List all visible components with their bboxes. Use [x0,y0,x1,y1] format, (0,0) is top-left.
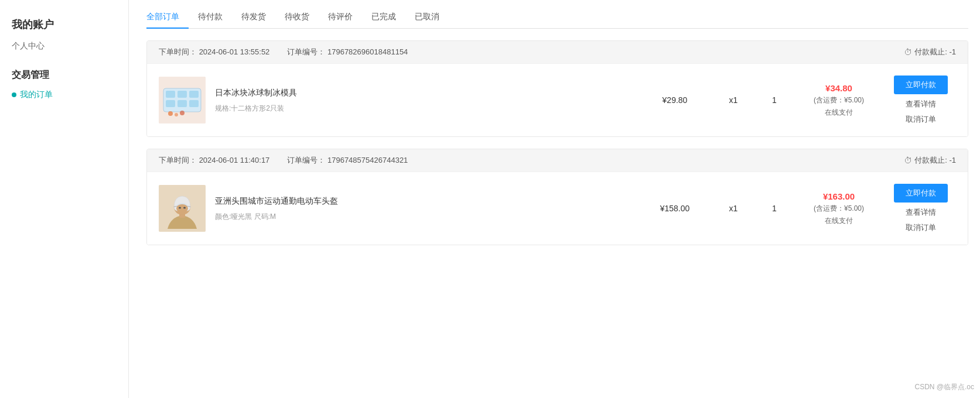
order-total-price-1: ¥34.80 [792,83,886,93]
product-spec-1: 规格:十二格方形2只装 [215,104,640,114]
main-content: 全部订单 待付款 待发货 待收货 待评价 已完成 已取消 下单时间： 2024-… [129,0,980,398]
sidebar-account-title: 我的账户 [12,18,117,32]
product-image-2 [159,185,206,232]
order-header-left-2: 下单时间： 2024-06-01 11:40:17 订单编号： 17967485… [159,155,408,166]
order-time-label-2: 下单时间： 2024-06-01 11:40:17 [159,155,269,166]
product-image-1 [159,77,206,123]
cancel-button-1[interactable]: 取消订单 [906,114,936,125]
product-qty-2: x1 [710,204,757,213]
payment-deadline-2: 付款截止: -1 [914,155,956,166]
product-info-2: 亚洲头围城市运动通勤电动车头盔 颜色:哑光黑 尺码:M [215,195,640,222]
product-name-2: 亚洲头围城市运动通勤电动车头盔 [215,195,640,207]
order-header-right-1: ⏱ 付款截止: -1 [904,47,956,57]
order-header-left-1: 下单时间： 2024-06-01 13:55:52 订单编号： 17967826… [159,47,408,57]
sidebar-item-my-orders[interactable]: 我的订单 [12,90,117,100]
detail-button-1[interactable]: 查看详情 [906,99,936,109]
order-time-value-2: 2024-06-01 11:40:17 [199,156,270,164]
order-total-1: ¥34.80 (含运费：¥5.00) 在线支付 [792,83,886,118]
watermark: CSDN @临界点.oc [914,382,974,392]
sidebar-personal-center[interactable]: 个人中心 [12,41,117,52]
order-actions-1: 立即付款 查看详情 取消订单 [886,76,956,125]
product-count-2: 1 [757,204,792,213]
svg-point-10 [180,111,185,115]
payment-deadline-1: 付款截止: -1 [914,47,956,57]
svg-rect-5 [166,100,175,107]
product-info-1: 日本冰块冰球制冰模具 规格:十二格方形2只装 [215,87,640,114]
clock-icon-1: ⏱ [904,47,912,57]
tab-pending-receive[interactable]: 待收货 [275,6,319,28]
svg-rect-4 [189,91,199,98]
order-no-value-2: 1796748575426744321 [327,156,408,164]
order-header-2: 下单时间： 2024-06-01 11:40:17 订单编号： 17967485… [147,149,968,171]
order-no-label-2: 订单编号： 1796748575426744321 [287,155,408,166]
order-time-label-1: 下单时间： 2024-06-01 13:55:52 [159,47,269,57]
order-payment-method-1: 在线支付 [792,108,886,118]
product-name-1: 日本冰块冰球制冰模具 [215,87,640,99]
svg-rect-6 [177,100,187,107]
order-time-value-1: 2024-06-01 13:55:52 [199,47,270,56]
order-shipping-2: (含运费：¥5.00) [792,204,886,214]
tab-pending-payment[interactable]: 待付款 [189,6,232,28]
order-shipping-1: (含运费：¥5.00) [792,95,886,105]
svg-point-15 [179,207,181,209]
product-price-2: ¥158.00 [640,204,710,213]
sidebar-transaction-title: 交易管理 [12,69,117,81]
detail-button-2[interactable]: 查看详情 [906,207,936,218]
svg-rect-2 [166,91,175,98]
sidebar: 我的账户 个人中心 交易管理 我的订单 [0,0,129,398]
tab-pending-review[interactable]: 待评价 [319,6,362,28]
svg-point-14 [176,204,188,212]
tab-pending-ship[interactable]: 待发货 [232,6,275,28]
order-actions-2: 立即付款 查看详情 取消订单 [886,184,956,233]
order-card-2: 下单时间： 2024-06-01 11:40:17 订单编号： 17967485… [146,149,968,245]
svg-point-16 [183,207,186,209]
sidebar-orders-label: 我的订单 [20,90,53,100]
nav-dot-icon [12,92,16,97]
tab-completed[interactable]: 已完成 [362,6,405,28]
clock-icon-2: ⏱ [904,156,912,165]
pay-button-2[interactable]: 立即付款 [894,184,948,203]
tab-all-orders[interactable]: 全部订单 [146,6,189,28]
product-price-1: ¥29.80 [640,95,710,105]
product-count-1: 1 [757,95,792,105]
order-body-1: 日本冰块冰球制冰模具 规格:十二格方形2只装 ¥29.80 x1 1 ¥34.8… [147,63,968,136]
order-total-price-2: ¥163.00 [792,191,886,201]
svg-point-8 [168,111,173,116]
order-header-right-2: ⏱ 付款截止: -1 [904,155,956,166]
tab-cancelled[interactable]: 已取消 [405,6,449,28]
order-total-2: ¥163.00 (含运费：¥5.00) 在线支付 [792,191,886,226]
svg-rect-7 [189,100,199,107]
svg-point-9 [175,113,178,116]
cancel-button-2[interactable]: 取消订单 [906,222,936,233]
order-card-1: 下单时间： 2024-06-01 13:55:52 订单编号： 17967826… [146,40,968,137]
order-no-value-1: 1796782696018481154 [327,47,408,56]
product-qty-1: x1 [710,95,757,105]
order-header-1: 下单时间： 2024-06-01 13:55:52 订单编号： 17967826… [147,41,968,63]
order-no-label-1: 订单编号： 1796782696018481154 [287,47,408,57]
order-body-2: 亚洲头围城市运动通勤电动车头盔 颜色:哑光黑 尺码:M ¥158.00 x1 1… [147,171,968,245]
pay-button-1[interactable]: 立即付款 [894,76,948,94]
order-tabs: 全部订单 待付款 待发货 待收货 待评价 已完成 已取消 [146,0,968,29]
product-spec-2: 颜色:哑光黑 尺码:M [215,212,640,222]
order-payment-method-2: 在线支付 [792,216,886,226]
svg-rect-3 [177,91,187,98]
